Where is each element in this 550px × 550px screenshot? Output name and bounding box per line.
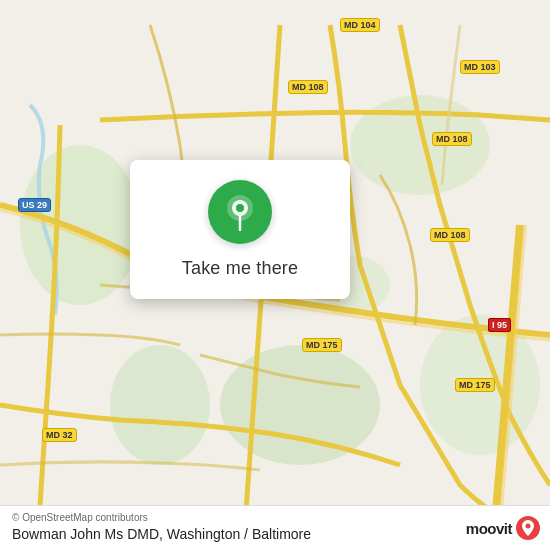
moovit-icon <box>516 516 540 540</box>
road-badge-md104: MD 104 <box>340 18 380 32</box>
road-badge-md108b: MD 108 <box>432 132 472 146</box>
pin-icon <box>224 193 256 231</box>
svg-point-10 <box>526 524 531 529</box>
location-card: Take me there <box>130 160 350 299</box>
moovit-logo: moovit <box>466 516 540 540</box>
svg-point-9 <box>236 204 244 212</box>
map-container: MD 104 MD 103 MD 108 MD 108 MD 108 US 29… <box>0 0 550 550</box>
road-badge-md32: MD 32 <box>42 428 77 442</box>
road-badge-us29: US 29 <box>18 198 51 212</box>
svg-point-5 <box>110 345 210 465</box>
svg-point-3 <box>220 345 380 465</box>
road-badge-i95: I 95 <box>488 318 511 332</box>
road-badge-md175b: MD 175 <box>455 378 495 392</box>
take-me-there-button[interactable]: Take me there <box>182 258 298 279</box>
copyright-text: © OpenStreetMap contributors <box>12 512 538 523</box>
moovit-text: moovit <box>466 520 512 537</box>
location-title: Bowman John Ms DMD, Washington / Baltimo… <box>12 526 538 542</box>
road-badge-md175a: MD 175 <box>302 338 342 352</box>
road-badge-md108a: MD 108 <box>288 80 328 94</box>
pin-circle <box>208 180 272 244</box>
road-badge-md108c: MD 108 <box>430 228 470 242</box>
road-badge-md103: MD 103 <box>460 60 500 74</box>
